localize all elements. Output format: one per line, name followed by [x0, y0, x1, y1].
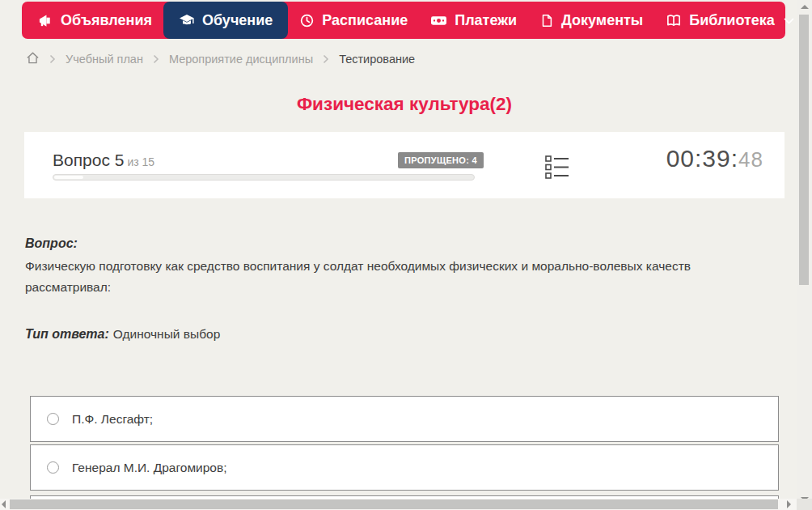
- nav-item-documents[interactable]: Документы: [528, 2, 654, 39]
- timer-seconds: 48: [738, 147, 763, 172]
- nav-item-label: Платежи: [455, 12, 517, 29]
- open-book-icon: [666, 13, 682, 28]
- timer-minutes: 00:39:: [666, 145, 738, 172]
- scroll-left-arrow[interactable]: [2, 500, 6, 508]
- scrollbar-corner: [797, 499, 812, 510]
- radio-button[interactable]: [47, 413, 59, 425]
- nav-item-label: Документы: [561, 12, 643, 29]
- nav-item-label: Расписание: [322, 12, 408, 29]
- chevron-down-icon: [784, 18, 794, 25]
- answer-type-value: Одиночный выбор: [113, 327, 221, 341]
- question-list-icon[interactable]: [545, 155, 569, 183]
- nav-item-label: Библиотека: [689, 12, 775, 29]
- question-total: из 15: [127, 155, 154, 168]
- horizontal-scrollbar[interactable]: [0, 499, 797, 510]
- nav-item-label: Обучение: [202, 12, 273, 29]
- nav-item-label: Объявления: [61, 12, 152, 29]
- timer: 00:39:48: [666, 145, 763, 172]
- question-number: Вопрос 5из 15: [53, 151, 154, 170]
- nav-item-education[interactable]: Обучение: [163, 2, 288, 39]
- radio-button[interactable]: [47, 461, 59, 474]
- nav-item-payments[interactable]: Платежи: [419, 2, 528, 39]
- scroll-right-arrow[interactable]: [787, 500, 791, 508]
- scroll-up-arrow[interactable]: [801, 5, 809, 9]
- answer-type-label: Тип ответа:: [25, 327, 109, 341]
- breadcrumb-testing: Тестирование: [339, 53, 415, 66]
- home-icon[interactable]: [26, 51, 40, 67]
- breadcrumb-study-plan[interactable]: Учебный план: [66, 53, 143, 66]
- answer-option-2[interactable]: Генерал М.И. Драгомиров;: [30, 444, 779, 491]
- question-header-card: Вопрос 5из 15 ПРОПУЩЕНО: 4 00:39:48: [24, 132, 785, 198]
- page-title: Физическая культура(2): [0, 94, 809, 115]
- megaphone-icon: [38, 13, 53, 28]
- horizontal-scrollbar-thumb[interactable]: [10, 499, 778, 509]
- progress-bar-fill: [54, 176, 83, 179]
- vertical-scrollbar-thumb[interactable]: [799, 15, 809, 285]
- chevron-right-icon: [323, 54, 329, 64]
- vertical-scrollbar[interactable]: [797, 0, 812, 510]
- graduation-cap-icon: [179, 12, 195, 28]
- progress-bar: [53, 174, 475, 181]
- nav-item-announcements[interactable]: Объявления: [27, 2, 163, 39]
- breadcrumb: Учебный план Мероприятие дисциплины Тест…: [26, 51, 415, 67]
- breadcrumb-discipline-event[interactable]: Мероприятие дисциплины: [169, 53, 313, 66]
- skipped-badge: ПРОПУЩЕНО: 4: [398, 152, 484, 168]
- document-icon: [539, 13, 554, 28]
- clock-icon: [299, 13, 315, 28]
- answer-option-label: Генерал М.И. Драгомиров;: [72, 461, 227, 475]
- answer-option-label: П.Ф. Лесгафт;: [72, 412, 153, 427]
- question-label: Вопрос:: [25, 236, 78, 251]
- nav-item-library[interactable]: Библиотека: [654, 2, 806, 39]
- nav-item-schedule[interactable]: Расписание: [288, 2, 419, 39]
- banknote-icon: [430, 13, 447, 28]
- question-text: Физическую подготовку как средство воспи…: [25, 256, 771, 298]
- answer-option-1[interactable]: П.Ф. Лесгафт;: [30, 396, 779, 442]
- answer-type-row: Тип ответа:Одиночный выбор: [25, 327, 220, 342]
- chevron-right-icon: [49, 54, 56, 64]
- main-navbar: Объявления Обучение Расписание: [22, 2, 785, 39]
- chevron-right-icon: [153, 54, 159, 64]
